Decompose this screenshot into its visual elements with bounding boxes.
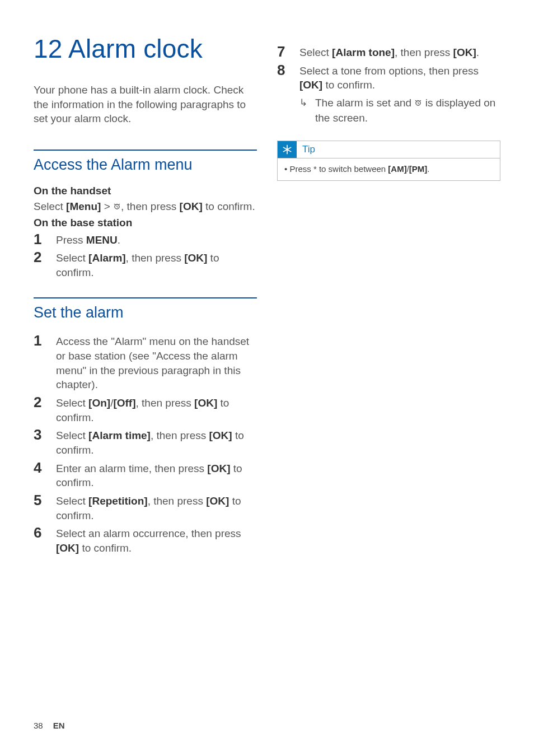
set-step-7: 7 Select [Alarm tone], then press [OK]. — [277, 44, 500, 60]
section-title-set: Set the alarm — [34, 304, 257, 321]
tip-body: Press * to switch between [AM]/[PM]. — [278, 158, 500, 180]
set-step-3: 3 Select [Alarm time], then press [OK] t… — [34, 427, 257, 457]
access-step-1: 1 Press MENU. — [34, 231, 257, 248]
right-column: 7 Select [Alarm tone], then press [OK]. … — [277, 34, 500, 573]
intro-paragraph: Your phone has a built-in alarm clock. C… — [34, 83, 257, 126]
set-step-8: 8 Select a tone from options, then press… — [277, 62, 500, 92]
left-column: 12 Alarm clock Your phone has a built-in… — [34, 34, 257, 573]
set-steps: 1 Access the "Alarm" menu on the handset… — [34, 333, 257, 555]
result-line: ↳ The alarm is set and is displayed on t… — [277, 96, 500, 125]
chapter-number: 12 — [34, 34, 63, 63]
access-step-2: 2 Select [Alarm], then press [OK] to con… — [34, 249, 257, 279]
set-step-2: 2 Select [On]/[Off], then press [OK] to … — [34, 394, 257, 424]
access-steps: 1 Press MENU. 2 Select [Alarm], then pre… — [34, 231, 257, 280]
page: 12 Alarm clock Your phone has a built-in… — [0, 0, 534, 756]
set-step-6: 6 Select an alarm occurrence, then press… — [34, 525, 257, 555]
alarm-clock-icon — [414, 96, 422, 111]
tip-label: Tip — [297, 144, 315, 155]
handset-subhead: On the handset — [34, 185, 257, 197]
page-footer: 38 EN — [34, 721, 65, 730]
chapter-name: Alarm clock — [68, 34, 203, 63]
set-step-1: 1 Access the "Alarm" menu on the handset… — [34, 333, 257, 392]
result-arrow-icon: ↳ — [299, 96, 315, 125]
tip-box: Tip Press * to switch between [AM]/[PM]. — [277, 141, 500, 181]
base-subhead: On the base station — [34, 217, 257, 229]
set-steps-continued: 7 Select [Alarm tone], then press [OK]. … — [277, 44, 500, 92]
language-code: EN — [53, 721, 65, 730]
chapter-title: 12 Alarm clock — [34, 34, 257, 64]
set-step-5: 5 Select [Repetition], then press [OK] t… — [34, 492, 257, 522]
set-step-4: 4 Enter an alarm time, then press [OK] t… — [34, 460, 257, 490]
tip-asterisk-icon — [278, 141, 297, 158]
section-set-alarm: Set the alarm 1 Access the "Alarm" menu … — [34, 297, 257, 555]
section-access-alarm: Access the Alarm menu On the handset Sel… — [34, 150, 257, 280]
page-number: 38 — [34, 721, 43, 730]
tip-header: Tip — [278, 141, 500, 158]
two-column-layout: 12 Alarm clock Your phone has a built-in… — [34, 34, 500, 573]
handset-line: Select [Menu] > , then press [OK] to con… — [34, 199, 257, 214]
tip-bullet: Press * to switch between [AM]/[PM]. — [284, 163, 493, 175]
section-title-access: Access the Alarm menu — [34, 156, 257, 174]
alarm-clock-icon — [113, 200, 121, 214]
